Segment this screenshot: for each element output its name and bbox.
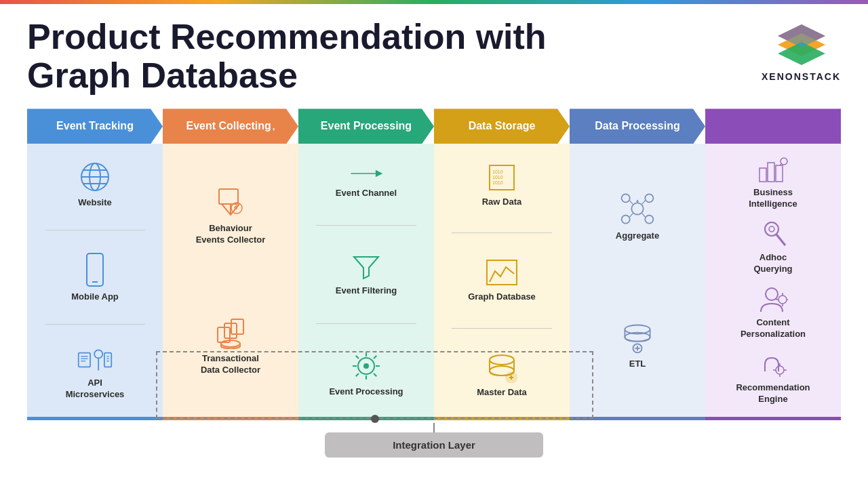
svg-point-76 <box>766 288 778 300</box>
svg-rect-70 <box>776 165 783 182</box>
mobile-icon <box>84 252 106 287</box>
col2-header: Event Collecting , <box>163 108 298 144</box>
item-api: API Microservices <box>66 346 125 401</box>
logo-text: XENONSTACK <box>762 71 841 82</box>
col-data-processing: Data Processing <box>570 108 705 420</box>
col-event-collecting: Event Collecting , Behaviour Even <box>163 108 298 420</box>
divider <box>45 324 144 325</box>
svg-rect-17 <box>104 352 111 367</box>
svg-rect-11 <box>79 352 90 367</box>
svg-rect-9 <box>87 253 103 286</box>
item-event-channel: Event Channel <box>336 163 397 199</box>
divider <box>452 328 551 329</box>
integration-area: Integration Layer <box>27 423 841 458</box>
svg-line-75 <box>776 235 785 245</box>
svg-point-58 <box>645 215 653 223</box>
divider <box>452 232 551 233</box>
integration-layer-box: Integration Layer <box>325 432 543 458</box>
item-transactional: Transactional Data Collector <box>201 315 260 376</box>
svg-line-60 <box>642 201 645 204</box>
raw-data-icon: 1010 1010 1010 <box>486 163 518 192</box>
item-etl: ETL <box>620 322 655 370</box>
col-data-storage: Data Storage 1010 1010 1010 Raw Data <box>434 108 570 420</box>
svg-point-56 <box>645 194 653 202</box>
item-adhoc-querying: Adhoc Querying <box>753 221 792 275</box>
graph-db-icon <box>484 258 519 287</box>
logo-area: XENONSTACK <box>762 21 841 82</box>
item-event-processing: Event Processing <box>329 350 403 398</box>
svg-point-29 <box>221 340 240 347</box>
pipeline-wrap: Event Tracking Website <box>27 108 841 420</box>
svg-point-57 <box>622 215 630 223</box>
master-data-icon <box>486 353 518 383</box>
item-website: Website <box>78 161 112 209</box>
adhoc-icon <box>760 221 787 248</box>
svg-point-71 <box>781 158 787 165</box>
pipeline: Event Tracking Website <box>27 108 841 420</box>
item-recommendation-engine: Recommendation Engine <box>736 351 810 405</box>
svg-line-43 <box>356 373 359 376</box>
item-raw-data: 1010 1010 1010 Raw Data <box>482 163 522 208</box>
aggregate-icon <box>620 191 655 226</box>
col-event-processing: Event Processing Event Channel <box>298 108 434 420</box>
svg-line-62 <box>642 214 645 217</box>
col-outputs: Business Intelligence Adhoc Querying <box>705 108 841 420</box>
behaviour-collector-icon <box>214 185 248 219</box>
api-icon <box>77 346 113 373</box>
personalization-icon <box>758 286 788 313</box>
page-title: Product Recommendation with Graph Databa… <box>27 18 547 95</box>
col6-header <box>705 108 841 144</box>
svg-text:1010: 1010 <box>492 180 503 185</box>
event-channel-icon <box>349 163 384 184</box>
header-area: Product Recommendation with Graph Databa… <box>27 18 841 95</box>
item-content-personalization: Content Personalization <box>741 286 806 340</box>
item-event-filtering: Event Filtering <box>336 251 397 297</box>
item-master-data: Master Data <box>477 353 527 399</box>
col4-body: 1010 1010 1010 Raw Data Graph Database <box>434 144 570 420</box>
col5-body: Aggregate ETL <box>570 144 705 420</box>
svg-line-59 <box>630 201 633 204</box>
svg-marker-33 <box>376 169 382 176</box>
svg-point-55 <box>622 194 630 202</box>
item-aggregate: Aggregate <box>616 191 659 242</box>
svg-point-73 <box>765 222 778 236</box>
event-filter-icon <box>351 251 381 281</box>
svg-rect-68 <box>760 168 766 182</box>
col-event-tracking: Event Tracking Website <box>27 108 163 420</box>
etl-icon <box>620 322 655 354</box>
svg-rect-69 <box>768 163 774 182</box>
svg-line-61 <box>630 214 633 217</box>
svg-point-35 <box>363 363 369 369</box>
col1-header: Event Tracking <box>27 108 163 144</box>
connector-line <box>433 423 435 432</box>
col3-header: Event Processing <box>298 108 434 144</box>
col4-header: Data Storage <box>434 108 570 144</box>
svg-line-41 <box>374 373 376 376</box>
title-block: Product Recommendation with Graph Databa… <box>27 18 547 95</box>
item-mobile: Mobile App <box>71 252 119 303</box>
connector-dot <box>371 415 379 423</box>
item-graph-database: Graph Database <box>468 258 536 303</box>
item-behaviour: Behaviour Events Collector <box>196 185 266 246</box>
svg-text:1010: 1010 <box>492 175 503 180</box>
transactional-collector-icon <box>214 315 248 349</box>
recommendation-icon <box>758 351 788 378</box>
svg-rect-21 <box>219 189 238 204</box>
divider <box>316 323 416 324</box>
svg-point-49 <box>490 355 514 365</box>
xenonstack-logo-icon <box>774 21 829 68</box>
svg-point-77 <box>778 296 787 304</box>
main-container: Product Recommendation with Graph Databa… <box>0 4 868 464</box>
col5-header: Data Processing <box>570 108 705 144</box>
col3-body: Event Channel Event Filtering <box>298 144 434 420</box>
svg-point-82 <box>776 366 784 374</box>
svg-text:1010: 1010 <box>492 169 503 174</box>
svg-line-42 <box>374 356 376 359</box>
bi-icon <box>758 156 788 183</box>
event-processing-icon <box>350 350 382 382</box>
divider <box>316 225 416 226</box>
col6-body: Business Intelligence Adhoc Querying <box>705 144 841 420</box>
item-business-intelligence: Business Intelligence <box>749 156 797 210</box>
svg-line-40 <box>356 356 359 359</box>
svg-point-54 <box>631 203 643 214</box>
